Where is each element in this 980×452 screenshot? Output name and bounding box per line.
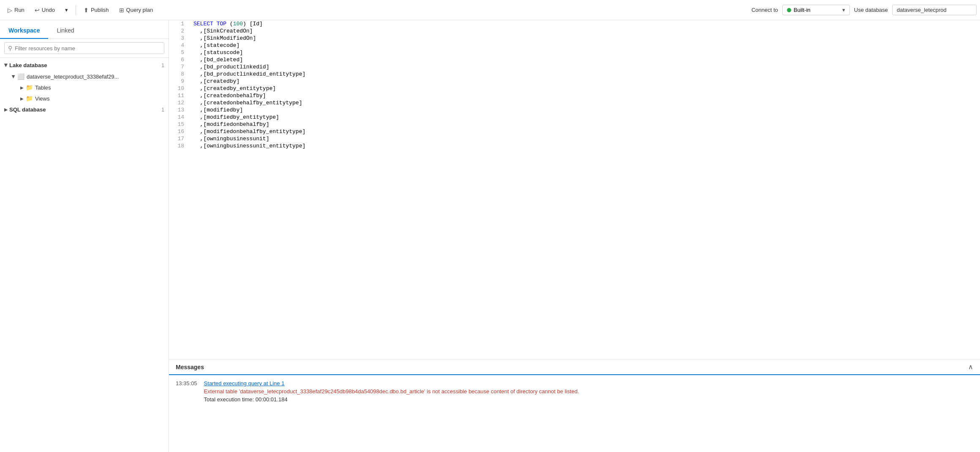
search-input[interactable] (15, 45, 161, 52)
code-line: 8 ,[bd_productlinkedid_entitytype] (169, 71, 980, 78)
publish-label: Publish (91, 7, 109, 13)
query-plan-icon: ⊞ (119, 7, 124, 14)
code-line: 4 ,[statecode] (169, 42, 980, 49)
connect-to-select[interactable]: Built-in ▾ (782, 5, 850, 15)
code-editor[interactable]: 1 SELECT TOP (100) [Id] 2 ,[SinkCreatedO… (169, 20, 980, 359)
sql-database-label: SQL database (9, 106, 46, 113)
folder-icon: 📁 (26, 95, 33, 102)
chevron-down-icon: ▶ (4, 64, 8, 67)
main-content: Workspace Linked ⚲ ▶ Lake database 1 ▶ ⬜ (0, 20, 980, 452)
connect-to-label: Connect to (751, 7, 778, 13)
code-line: 17 ,[owningbusinessunit] (169, 135, 980, 142)
lake-database-count: 1 (161, 63, 164, 68)
undo-label: Undo (42, 7, 55, 13)
chevron-down-icon: ▾ (65, 7, 68, 13)
code-line: 5 ,[statuscode] (169, 49, 980, 56)
message-content-block: Started executing query at Line 1 Extern… (204, 380, 579, 403)
query-plan-button[interactable]: ⊞ Query plan (115, 5, 158, 16)
code-line: 16 ,[modifiedonbehalfby_entitytype] (169, 128, 980, 135)
messages-panel: Messages ∧ 13:35:05 Started executing qu… (169, 359, 980, 452)
chevron-down-icon: ▶ (11, 75, 16, 78)
editor-area: 1 SELECT TOP (100) [Id] 2 ,[SinkCreatedO… (169, 20, 980, 452)
lake-database-section: ▶ Lake database 1 ▶ ⬜ dataverse_letecpro… (0, 60, 169, 104)
lake-database-header[interactable]: ▶ Lake database 1 (0, 60, 169, 71)
code-line: 15 ,[modifiedonbehalfby] (169, 121, 980, 128)
code-line: 3 ,[SinkModifiedOn] (169, 35, 980, 42)
connection-name: Built-in (794, 7, 811, 13)
message-error: External table 'dataverse_letecproduct_3… (204, 388, 579, 395)
connection-status-dot (787, 8, 791, 12)
tab-linked[interactable]: Linked (48, 23, 82, 39)
undo-icon: ↩ (35, 7, 40, 14)
db-item-name: dataverse_letecproduct_3338efaf29... (27, 74, 119, 80)
code-line: 9 ,[createdby] (169, 78, 980, 85)
folder-icon: 📁 (26, 84, 33, 91)
toolbar: ▷ Run ↩ Undo ▾ ⬆ Publish ⊞ Query plan Co… (0, 0, 980, 20)
messages-body: 13:35:05 Started executing query at Line… (169, 375, 980, 452)
use-database-label: Use database (854, 7, 888, 13)
tab-workspace[interactable]: Workspace (0, 23, 48, 39)
code-line: 6 ,[bd_deleted] (169, 56, 980, 63)
sql-database-header[interactable]: ▶ SQL database 1 (0, 104, 169, 115)
views-item[interactable]: ▶ 📁 Views (0, 93, 169, 104)
code-line: 13 ,[modifiedby] (169, 106, 980, 114)
code-line: 18 ,[owningbusinessunit_entitytype] (169, 142, 980, 150)
views-label: Views (35, 95, 49, 102)
sql-database-section: ▶ SQL database 1 (0, 104, 169, 115)
message-time: 13:35:05 (176, 380, 197, 387)
sidebar-tree: ▶ Lake database 1 ▶ ⬜ dataverse_letecpro… (0, 58, 169, 452)
messages-collapse-button[interactable]: ∧ (968, 363, 973, 371)
code-line: 14 ,[modifiedby_entitytype] (169, 114, 980, 121)
code-line: 11 ,[createdonbehalfby] (169, 92, 980, 99)
query-plan-label: Query plan (126, 7, 153, 13)
undo-button[interactable]: ↩ Undo (30, 5, 59, 16)
toolbar-divider (76, 5, 76, 15)
chevron-right-icon: ▶ (4, 107, 8, 112)
messages-header: Messages ∧ (169, 359, 980, 375)
messages-title: Messages (176, 364, 204, 370)
publish-button[interactable]: ⬆ Publish (79, 5, 113, 16)
code-line: 1 SELECT TOP (100) [Id] (169, 20, 980, 27)
lake-database-item[interactable]: ▶ ⬜ dataverse_letecproduct_3338efaf29... (0, 71, 169, 82)
dropdown-arrow-button[interactable]: ▾ (61, 5, 72, 15)
code-line: 7 ,[bd_productlinkedid] (169, 63, 980, 71)
search-icon: ⚲ (8, 45, 12, 52)
tables-label: Tables (35, 84, 51, 91)
tables-item[interactable]: ▶ 📁 Tables ··· (0, 82, 169, 93)
sidebar: Workspace Linked ⚲ ▶ Lake database 1 ▶ ⬜ (0, 20, 169, 452)
database-icon: ⬜ (17, 73, 24, 80)
search-input-wrap: ⚲ (4, 42, 164, 54)
publish-icon: ⬆ (84, 7, 89, 14)
run-button[interactable]: ▷ Run (3, 5, 29, 16)
sidebar-search: ⚲ (0, 39, 169, 58)
chevron-right-icon: ▶ (20, 85, 24, 90)
message-exec-time: Total execution time: 00:00:01.184 (204, 396, 579, 403)
run-label: Run (14, 7, 24, 13)
lake-database-label: Lake database (9, 62, 47, 68)
sql-database-count: 1 (161, 107, 164, 113)
message-row: 13:35:05 Started executing query at Line… (176, 380, 973, 403)
message-link[interactable]: Started executing query at Line 1 (204, 380, 579, 387)
code-line: 10 ,[createdby_entitytype] (169, 85, 980, 92)
sidebar-tabs: Workspace Linked (0, 20, 169, 39)
code-line: 2 ,[SinkCreatedOn] (169, 27, 980, 35)
run-icon: ▷ (8, 7, 12, 14)
database-input[interactable] (892, 5, 977, 15)
code-lines: 1 SELECT TOP (100) [Id] 2 ,[SinkCreatedO… (169, 20, 980, 150)
code-line: 12 ,[createdonbehalfby_entitytype] (169, 99, 980, 106)
chevron-down-icon: ▾ (842, 7, 845, 13)
chevron-right-icon: ▶ (20, 96, 24, 101)
